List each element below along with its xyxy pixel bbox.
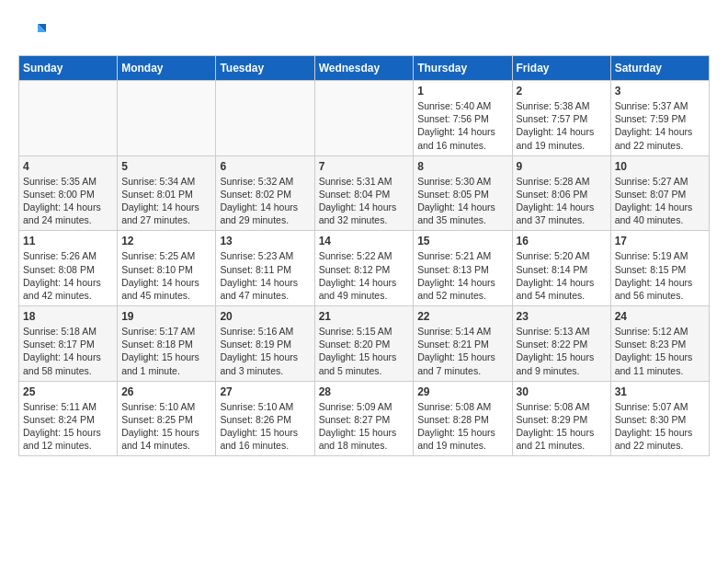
day-number: 23 <box>517 310 607 323</box>
calendar-week-row: 25Sunrise: 5:11 AM Sunset: 8:24 PM Dayli… <box>19 381 710 456</box>
day-info: Sunrise: 5:38 AM Sunset: 7:57 PM Dayligh… <box>517 99 607 152</box>
day-info: Sunrise: 5:17 AM Sunset: 8:18 PM Dayligh… <box>121 325 211 377</box>
day-info: Sunrise: 5:28 AM Sunset: 8:06 PM Dayligh… <box>517 175 607 227</box>
day-number: 30 <box>517 385 607 398</box>
day-info: Sunrise: 5:12 AM Sunset: 8:23 PM Dayligh… <box>615 325 705 377</box>
calendar-day-cell: 25Sunrise: 5:11 AM Sunset: 8:24 PM Dayli… <box>19 381 118 456</box>
day-info: Sunrise: 5:07 AM Sunset: 8:30 PM Dayligh… <box>615 400 705 453</box>
day-info: Sunrise: 5:14 AM Sunset: 8:21 PM Dayligh… <box>417 325 507 377</box>
day-number: 11 <box>23 235 113 247</box>
calendar-day-cell: 4Sunrise: 5:35 AM Sunset: 8:00 PM Daylig… <box>19 155 118 231</box>
day-info: Sunrise: 5:22 AM Sunset: 8:12 PM Dayligh… <box>319 249 410 302</box>
day-info: Sunrise: 5:23 AM Sunset: 8:11 PM Dayligh… <box>220 249 310 302</box>
calendar-day-cell: 9Sunrise: 5:28 AM Sunset: 8:06 PM Daylig… <box>512 155 610 231</box>
day-number: 20 <box>220 310 310 323</box>
calendar-day-cell: 13Sunrise: 5:23 AM Sunset: 8:11 PM Dayli… <box>216 231 314 306</box>
calendar-day-cell <box>19 81 118 156</box>
calendar-weekday-header: Saturday <box>610 56 709 81</box>
day-info: Sunrise: 5:08 AM Sunset: 8:29 PM Dayligh… <box>517 400 607 453</box>
calendar-day-cell: 23Sunrise: 5:13 AM Sunset: 8:22 PM Dayli… <box>512 306 610 382</box>
calendar-day-cell: 17Sunrise: 5:19 AM Sunset: 8:15 PM Dayli… <box>610 231 709 306</box>
day-info: Sunrise: 5:31 AM Sunset: 8:04 PM Dayligh… <box>319 175 410 227</box>
calendar-day-cell <box>216 81 314 156</box>
day-info: Sunrise: 5:09 AM Sunset: 8:27 PM Dayligh… <box>319 400 410 453</box>
calendar-day-cell: 7Sunrise: 5:31 AM Sunset: 8:04 PM Daylig… <box>314 155 414 231</box>
day-number: 14 <box>319 235 410 247</box>
calendar-day-cell: 22Sunrise: 5:14 AM Sunset: 8:21 PM Dayli… <box>414 306 512 382</box>
day-number: 16 <box>517 235 607 247</box>
day-number: 10 <box>615 160 705 173</box>
day-info: Sunrise: 5:08 AM Sunset: 8:28 PM Dayligh… <box>417 400 507 453</box>
calendar-week-row: 4Sunrise: 5:35 AM Sunset: 8:00 PM Daylig… <box>19 155 710 231</box>
day-number: 18 <box>23 310 113 323</box>
calendar-weekday-header: Friday <box>512 56 610 81</box>
calendar-day-cell: 16Sunrise: 5:20 AM Sunset: 8:14 PM Dayli… <box>512 231 610 306</box>
day-number: 22 <box>417 310 507 323</box>
calendar-day-cell: 20Sunrise: 5:16 AM Sunset: 8:19 PM Dayli… <box>216 306 314 382</box>
calendar-day-cell: 6Sunrise: 5:32 AM Sunset: 8:02 PM Daylig… <box>216 155 314 231</box>
calendar-day-cell: 2Sunrise: 5:38 AM Sunset: 7:57 PM Daylig… <box>512 81 610 156</box>
day-info: Sunrise: 5:30 AM Sunset: 8:05 PM Dayligh… <box>417 175 507 227</box>
day-info: Sunrise: 5:16 AM Sunset: 8:19 PM Dayligh… <box>220 325 310 377</box>
calendar-weekday-header: Tuesday <box>216 56 314 81</box>
calendar-day-cell: 14Sunrise: 5:22 AM Sunset: 8:12 PM Dayli… <box>314 231 414 306</box>
day-info: Sunrise: 5:15 AM Sunset: 8:20 PM Dayligh… <box>319 325 410 377</box>
calendar-weekday-header: Thursday <box>414 56 512 81</box>
calendar-day-cell: 29Sunrise: 5:08 AM Sunset: 8:28 PM Dayli… <box>414 381 512 456</box>
day-info: Sunrise: 5:35 AM Sunset: 8:00 PM Dayligh… <box>23 175 113 227</box>
day-info: Sunrise: 5:13 AM Sunset: 8:22 PM Dayligh… <box>517 325 607 377</box>
day-info: Sunrise: 5:27 AM Sunset: 8:07 PM Dayligh… <box>615 175 705 227</box>
calendar-day-cell: 18Sunrise: 5:18 AM Sunset: 8:17 PM Dayli… <box>19 306 118 382</box>
day-info: Sunrise: 5:34 AM Sunset: 8:01 PM Dayligh… <box>121 175 211 227</box>
calendar-day-cell: 5Sunrise: 5:34 AM Sunset: 8:01 PM Daylig… <box>118 155 216 231</box>
day-info: Sunrise: 5:10 AM Sunset: 8:26 PM Dayligh… <box>220 400 310 453</box>
day-number: 2 <box>517 85 607 98</box>
logo <box>18 18 50 46</box>
day-info: Sunrise: 5:40 AM Sunset: 7:56 PM Dayligh… <box>417 99 507 152</box>
calendar-day-cell: 3Sunrise: 5:37 AM Sunset: 7:59 PM Daylig… <box>610 81 709 156</box>
calendar-day-cell: 30Sunrise: 5:08 AM Sunset: 8:29 PM Dayli… <box>512 381 610 456</box>
day-info: Sunrise: 5:37 AM Sunset: 7:59 PM Dayligh… <box>615 99 705 152</box>
calendar-day-cell: 21Sunrise: 5:15 AM Sunset: 8:20 PM Dayli… <box>314 306 414 382</box>
day-number: 4 <box>23 160 113 173</box>
calendar-day-cell: 27Sunrise: 5:10 AM Sunset: 8:26 PM Dayli… <box>216 381 314 456</box>
calendar-table: SundayMondayTuesdayWednesdayThursdayFrid… <box>18 55 710 456</box>
day-info: Sunrise: 5:26 AM Sunset: 8:08 PM Dayligh… <box>23 249 113 302</box>
day-info: Sunrise: 5:19 AM Sunset: 8:15 PM Dayligh… <box>615 249 705 302</box>
day-number: 21 <box>319 310 410 323</box>
day-number: 17 <box>615 235 705 247</box>
calendar-day-cell: 28Sunrise: 5:09 AM Sunset: 8:27 PM Dayli… <box>314 381 414 456</box>
calendar-day-cell: 12Sunrise: 5:25 AM Sunset: 8:10 PM Dayli… <box>118 231 216 306</box>
day-number: 3 <box>615 85 705 98</box>
day-number: 8 <box>417 160 507 173</box>
day-number: 1 <box>417 85 507 98</box>
day-number: 31 <box>615 385 705 398</box>
day-number: 5 <box>121 160 211 173</box>
day-number: 19 <box>121 310 211 323</box>
calendar-day-cell: 15Sunrise: 5:21 AM Sunset: 8:13 PM Dayli… <box>414 231 512 306</box>
day-number: 12 <box>121 235 211 247</box>
calendar-day-cell <box>314 81 414 156</box>
logo-icon <box>18 18 46 46</box>
day-info: Sunrise: 5:11 AM Sunset: 8:24 PM Dayligh… <box>23 400 113 453</box>
day-number: 25 <box>23 385 113 398</box>
calendar-day-cell: 26Sunrise: 5:10 AM Sunset: 8:25 PM Dayli… <box>118 381 216 456</box>
day-info: Sunrise: 5:32 AM Sunset: 8:02 PM Dayligh… <box>220 175 310 227</box>
day-number: 26 <box>121 385 211 398</box>
calendar-day-cell: 11Sunrise: 5:26 AM Sunset: 8:08 PM Dayli… <box>19 231 118 306</box>
day-info: Sunrise: 5:21 AM Sunset: 8:13 PM Dayligh… <box>417 249 507 302</box>
calendar-day-cell <box>118 81 216 156</box>
calendar-weekday-header: Wednesday <box>314 56 414 81</box>
day-number: 24 <box>615 310 705 323</box>
calendar-day-cell: 10Sunrise: 5:27 AM Sunset: 8:07 PM Dayli… <box>610 155 709 231</box>
day-number: 13 <box>220 235 310 247</box>
calendar-week-row: 18Sunrise: 5:18 AM Sunset: 8:17 PM Dayli… <box>19 306 710 382</box>
calendar-week-row: 1Sunrise: 5:40 AM Sunset: 7:56 PM Daylig… <box>19 81 710 156</box>
day-number: 15 <box>417 235 507 247</box>
day-number: 29 <box>417 385 507 398</box>
calendar-weekday-header: Sunday <box>19 56 118 81</box>
day-info: Sunrise: 5:20 AM Sunset: 8:14 PM Dayligh… <box>517 249 607 302</box>
day-info: Sunrise: 5:10 AM Sunset: 8:25 PM Dayligh… <box>121 400 211 453</box>
calendar-weekday-header: Monday <box>118 56 216 81</box>
day-number: 7 <box>319 160 410 173</box>
